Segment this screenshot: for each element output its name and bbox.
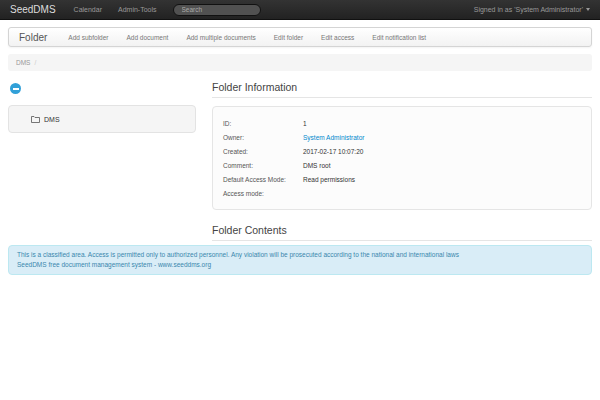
folder-navbar-title: Folder — [9, 32, 59, 43]
signed-in-label: Signed in as 'System Administrator' — [474, 6, 583, 13]
breadcrumb-item-dms[interactable]: DMS — [16, 59, 30, 66]
info-row-created: Created: 2017-02-17 10:07:20 — [223, 144, 581, 158]
info-label: ID: — [223, 120, 303, 127]
search-input[interactable] — [173, 4, 261, 16]
info-row-default-access-mode: Default Access Mode: Read permissions — [223, 172, 581, 186]
info-row-owner: Owner: System Administrator — [223, 130, 581, 144]
content-area: DMS Folder Information ID: 1 Owner: Syst… — [0, 71, 600, 257]
app-brand[interactable]: SeedDMS — [6, 4, 66, 15]
info-value: 2017-02-17 10:07:20 — [303, 148, 363, 155]
folder-navbar: Folder Add subfolder Add document Add mu… — [8, 27, 592, 47]
tree-item-dms[interactable]: DMS — [17, 115, 187, 123]
action-add-document[interactable]: Add document — [117, 34, 177, 41]
breadcrumb: DMS / — [8, 54, 592, 71]
info-label: Owner: — [223, 134, 303, 141]
minus-glyph — [13, 88, 19, 90]
info-value: DMS root — [303, 162, 330, 169]
info-label: Created: — [223, 148, 303, 155]
caret-down-icon — [586, 8, 590, 11]
top-navbar: SeedDMS Calendar Admin-Tools Signed in a… — [0, 0, 600, 20]
footer-alert: This is a classified area. Access is per… — [8, 245, 592, 275]
info-label: Default Access Mode: — [223, 176, 303, 183]
folder-icon — [31, 115, 40, 123]
main-panel: Folder Information ID: 1 Owner: System A… — [212, 81, 592, 257]
breadcrumb-divider: / — [34, 59, 36, 66]
action-edit-folder[interactable]: Edit folder — [265, 34, 312, 41]
tree-item-label: DMS — [44, 116, 60, 123]
owner-link[interactable]: System Administrator — [303, 134, 364, 141]
folder-info-title: Folder Information — [212, 81, 592, 98]
info-row-id: ID: 1 — [223, 116, 581, 130]
footer-classified-notice: This is a classified area. Access is per… — [17, 250, 583, 260]
action-add-multiple-documents[interactable]: Add multiple documents — [177, 34, 264, 41]
info-value: Read permissions — [303, 176, 355, 183]
folder-info-card: ID: 1 Owner: System Administrator Create… — [212, 106, 592, 210]
folder-contents-title: Folder Contents — [212, 224, 592, 241]
seeddms-page: SeedDMS Calendar Admin-Tools Signed in a… — [0, 0, 600, 400]
info-label: Access mode: — [223, 190, 303, 197]
info-label: Comment: — [223, 162, 303, 169]
footer-seeddms-credit[interactable]: SeedDMS free document management system … — [17, 260, 583, 270]
folder-tree-panel: DMS — [8, 105, 196, 133]
action-add-subfolder[interactable]: Add subfolder — [59, 34, 117, 41]
action-edit-notification-list[interactable]: Edit notification list — [363, 34, 435, 41]
action-edit-access[interactable]: Edit access — [312, 34, 363, 41]
sidebar: DMS — [8, 81, 196, 133]
collapse-tree-icon[interactable] — [10, 83, 21, 94]
nav-admin-tools[interactable]: Admin-Tools — [110, 6, 165, 13]
info-row-access-mode: Access mode: — [223, 186, 581, 200]
nav-calendar[interactable]: Calendar — [66, 6, 110, 13]
info-row-comment: Comment: DMS root — [223, 158, 581, 172]
info-value: 1 — [303, 120, 307, 127]
user-menu[interactable]: Signed in as 'System Administrator' — [470, 6, 594, 13]
